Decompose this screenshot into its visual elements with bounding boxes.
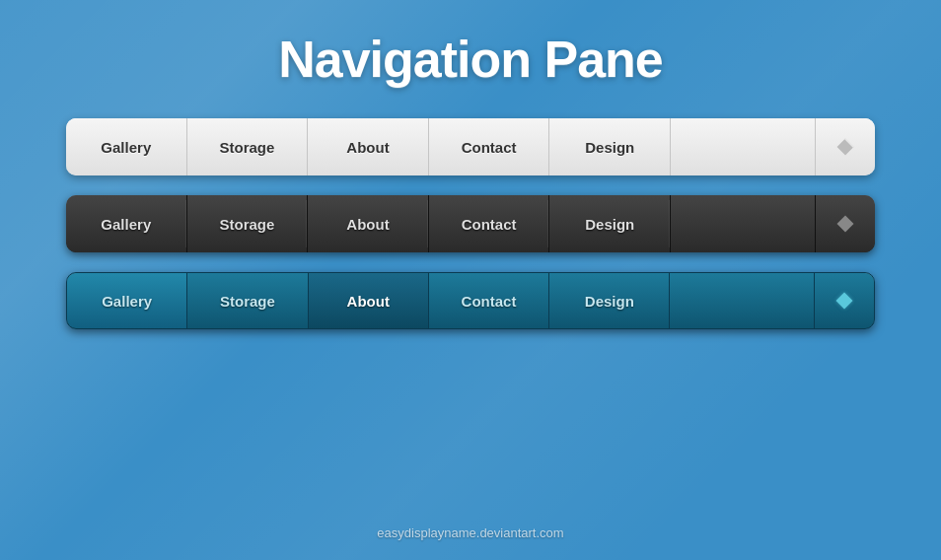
nav-dark-contact[interactable]: Contact bbox=[429, 195, 550, 252]
nav-blue-dropdown[interactable] bbox=[815, 273, 874, 328]
nav-bar-blue: Gallery Storage About Contact Design bbox=[66, 272, 875, 329]
nav-dark-about[interactable]: About bbox=[308, 195, 429, 252]
nav-dark-storage[interactable]: Storage bbox=[187, 195, 309, 252]
nav-light-spacer bbox=[671, 118, 816, 175]
nav-bar-light: Gallery Storage About Contact Design bbox=[66, 118, 875, 175]
nav-blue-about[interactable]: About bbox=[309, 273, 429, 328]
footer-text: easydisplayname.deviantart.com bbox=[377, 511, 563, 540]
nav-blue-design[interactable]: Design bbox=[549, 273, 670, 328]
nav-light-design[interactable]: Design bbox=[549, 118, 671, 175]
page-wrapper: Navigation Pane Gallery Storage About Co… bbox=[0, 0, 941, 560]
diamond-icon bbox=[836, 139, 853, 156]
nav-blue-contact[interactable]: Contact bbox=[429, 273, 549, 328]
nav-dark-dropdown[interactable] bbox=[816, 195, 875, 252]
nav-blue-storage[interactable]: Storage bbox=[187, 273, 308, 328]
nav-light-about[interactable]: About bbox=[308, 118, 429, 175]
nav-blue-spacer bbox=[670, 273, 815, 328]
diamond-icon bbox=[836, 216, 853, 233]
page-title: Navigation Pane bbox=[278, 30, 663, 89]
nav-dark-design[interactable]: Design bbox=[549, 195, 671, 252]
diamond-icon bbox=[836, 293, 853, 310]
nav-light-gallery[interactable]: Gallery bbox=[66, 118, 187, 175]
nav-dark-gallery[interactable]: Gallery bbox=[66, 195, 187, 252]
nav-bars-container: Gallery Storage About Contact Design Gal… bbox=[66, 118, 875, 329]
nav-dark-spacer bbox=[671, 195, 816, 252]
nav-bar-dark: Gallery Storage About Contact Design bbox=[66, 195, 875, 252]
nav-blue-gallery[interactable]: Gallery bbox=[67, 273, 187, 328]
nav-light-storage[interactable]: Storage bbox=[187, 118, 309, 175]
nav-light-contact[interactable]: Contact bbox=[429, 118, 550, 175]
nav-light-dropdown[interactable] bbox=[816, 118, 875, 175]
